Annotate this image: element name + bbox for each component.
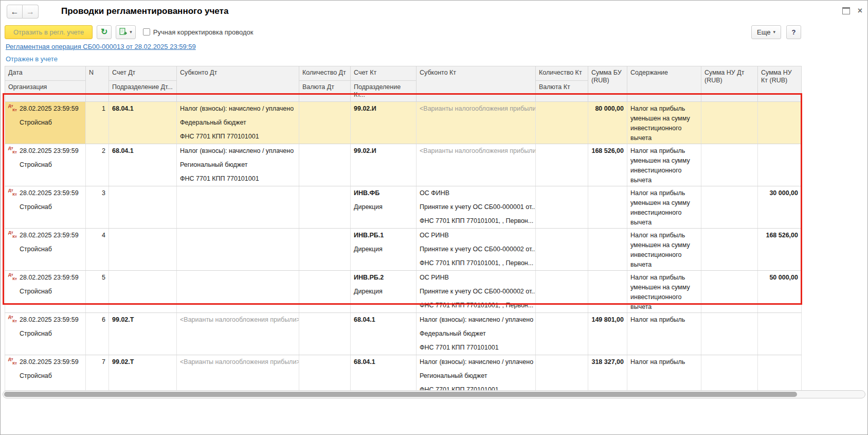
cell-debit-qty[interactable] — [299, 144, 351, 186]
cell-credit-account[interactable]: ИНВ.ФБДирекция — [351, 186, 417, 229]
help-button[interactable]: ? — [786, 25, 801, 39]
cell-n[interactable]: 3 — [86, 186, 109, 229]
cell-sum-bu[interactable] — [588, 271, 627, 313]
col-header-sum-nu-dt[interactable]: Сумма НУ Дт (RUB) — [701, 66, 758, 102]
cell-debit-subconto[interactable]: Налог (взносы): начислено / уплаченоРеги… — [177, 144, 299, 186]
cell-debit-account[interactable] — [109, 271, 177, 313]
horizontal-scrollbar[interactable] — [3, 390, 865, 398]
cell-debit-account[interactable]: 68.04.1 — [109, 144, 177, 186]
close-icon[interactable]: × — [858, 7, 862, 15]
cell-sum-bu[interactable]: 149 801,00 — [588, 313, 627, 355]
cell-n[interactable]: 2 — [86, 144, 109, 186]
cell-date[interactable]: ДтКт28.02.2025 23:59:59Стройснаб — [5, 144, 86, 186]
cell-sum-nu-kt[interactable]: 168 526,00 — [758, 229, 802, 271]
cell-sum-bu[interactable]: 168 526,00 — [588, 144, 627, 186]
cell-sum-nu-dt[interactable] — [701, 313, 758, 355]
cell-sum-bu[interactable] — [588, 229, 627, 271]
table-row[interactable]: ДтКт28.02.2025 23:59:59Стройснаб699.02.Т… — [5, 313, 802, 355]
cell-credit-subconto[interactable]: <Варианты налогообложения прибыли> — [417, 144, 536, 186]
table-row[interactable]: ДтКт28.02.2025 23:59:59Стройснаб4ИНВ.РБ.… — [5, 229, 802, 271]
cell-date[interactable]: ДтКт28.02.2025 23:59:59Стройснаб — [5, 313, 86, 355]
cell-n[interactable]: 6 — [86, 313, 109, 355]
cell-n[interactable]: 4 — [86, 229, 109, 271]
cell-content[interactable]: Налог на прибыль уменьшен на сумму инвес… — [627, 229, 701, 271]
cell-credit-subconto[interactable]: ОС ФИНВПринятие к учету ОС СБ00-000001 о… — [417, 186, 536, 229]
cell-sum-bu[interactable]: 80 000,00 — [588, 102, 627, 144]
col-header-debit-subdivision[interactable]: Подразделение Дт... — [109, 81, 177, 102]
cell-sum-nu-kt[interactable] — [758, 144, 802, 186]
cell-credit-qty[interactable] — [536, 229, 588, 271]
col-header-debit-account[interactable]: Счет Дт — [109, 66, 177, 81]
cell-debit-subconto[interactable]: <Варианты налогообложения прибыли> — [177, 313, 299, 355]
cell-credit-qty[interactable] — [536, 102, 588, 144]
table-row[interactable]: ДтКт28.02.2025 23:59:59Стройснаб268.04.1… — [5, 144, 802, 186]
cell-debit-subconto[interactable] — [177, 271, 299, 313]
cell-credit-qty[interactable] — [536, 186, 588, 229]
cell-n[interactable]: 5 — [86, 271, 109, 313]
col-header-credit-subconto[interactable]: Субконто Кт — [417, 66, 536, 102]
cell-sum-nu-dt[interactable] — [701, 271, 758, 313]
cell-credit-subconto[interactable]: ОС РИНВПринятие к учету ОС СБ00-000002 о… — [417, 229, 536, 271]
cell-content[interactable]: Налог на прибыль уменьшен на сумму инвес… — [627, 186, 701, 229]
show-postings-button[interactable]: ▾ — [116, 25, 136, 39]
cell-sum-bu[interactable] — [588, 186, 627, 229]
horizontal-scrollbar-thumb[interactable] — [4, 392, 797, 397]
cell-credit-account[interactable]: ИНВ.РБ.2Дирекция — [351, 271, 417, 313]
cell-date[interactable]: ДтКт28.02.2025 23:59:59Стройснаб — [5, 186, 86, 229]
cell-sum-nu-kt[interactable] — [758, 102, 802, 144]
col-header-org[interactable]: Организация — [5, 81, 86, 102]
manual-adjustment-checkbox[interactable] — [143, 28, 150, 36]
col-header-sum-bu[interactable]: Сумма БУ (RUB) — [588, 66, 627, 102]
cell-debit-account[interactable] — [109, 229, 177, 271]
table-row[interactable]: ДтКт28.02.2025 23:59:59Стройснаб168.04.1… — [5, 102, 802, 144]
cell-sum-nu-kt[interactable] — [758, 313, 802, 355]
cell-date[interactable]: ДтКт28.02.2025 23:59:59Стройснаб — [5, 229, 86, 271]
cell-credit-qty[interactable] — [536, 144, 588, 186]
col-header-credit-account[interactable]: Счет Кт — [351, 66, 417, 81]
col-header-date[interactable]: Дата — [5, 66, 86, 81]
col-header-credit-currency[interactable]: Валюта Кт — [536, 81, 588, 102]
cell-credit-subconto[interactable]: Налог (взносы): начислено / уплаченоФеде… — [417, 313, 536, 355]
cell-date[interactable]: ДтКт28.02.2025 23:59:59Стройснаб — [5, 271, 86, 313]
back-button[interactable]: ← — [7, 5, 23, 19]
cell-debit-qty[interactable] — [299, 102, 351, 144]
col-header-debit-currency[interactable]: Валюта Дт — [299, 81, 351, 102]
cell-credit-subconto[interactable]: <Варианты налогообложения прибыли> — [417, 102, 536, 144]
cell-content[interactable]: Налог на прибыль — [627, 313, 701, 355]
col-header-content[interactable]: Содержание — [627, 66, 701, 102]
cell-sum-nu-dt[interactable] — [701, 186, 758, 229]
cell-sum-nu-dt[interactable] — [701, 229, 758, 271]
regulated-operation-link[interactable]: Регламентная операция СБ00-000013 от 28.… — [6, 43, 196, 50]
table-row[interactable]: ДтКт28.02.2025 23:59:59Стройснаб3ИНВ.ФБД… — [5, 186, 802, 229]
col-header-n[interactable]: N — [86, 66, 109, 102]
cell-debit-qty[interactable] — [299, 186, 351, 229]
cell-credit-account[interactable]: 99.02.И — [351, 144, 417, 186]
cell-debit-qty[interactable] — [299, 271, 351, 313]
cell-debit-qty[interactable] — [299, 229, 351, 271]
cell-debit-account[interactable]: 68.04.1 — [109, 102, 177, 144]
cell-n[interactable]: 1 — [86, 102, 109, 144]
cell-debit-subconto[interactable]: Налог (взносы): начислено / уплаченоФеде… — [177, 102, 299, 144]
col-header-sum-nu-kt[interactable]: Сумма НУ Кт (RUB) — [758, 66, 802, 102]
cell-sum-nu-dt[interactable] — [701, 102, 758, 144]
cell-credit-account[interactable]: ИНВ.РБ.1Дирекция — [351, 229, 417, 271]
col-header-credit-subdivision[interactable]: Подразделение Кт... — [351, 81, 417, 102]
reflect-in-accounting-button[interactable]: Отразить в регл. учете — [5, 25, 93, 39]
cell-date[interactable]: ДтКт28.02.2025 23:59:59Стройснаб — [5, 102, 86, 144]
cell-debit-subconto[interactable] — [177, 186, 299, 229]
cell-sum-nu-kt[interactable]: 30 000,00 — [758, 186, 802, 229]
cell-credit-qty[interactable] — [536, 271, 588, 313]
col-header-credit-qty[interactable]: Количество Кт — [536, 66, 588, 81]
cell-debit-qty[interactable] — [299, 313, 351, 355]
cell-debit-subconto[interactable] — [177, 229, 299, 271]
cell-credit-account[interactable]: 99.02.И — [351, 102, 417, 144]
forward-button[interactable]: → — [23, 5, 39, 19]
cell-debit-account[interactable]: 99.02.Т — [109, 313, 177, 355]
cell-content[interactable]: Налог на прибыль уменьшен на сумму инвес… — [627, 144, 701, 186]
cell-credit-account[interactable]: 68.04.1 — [351, 313, 417, 355]
detach-window-icon[interactable] — [842, 7, 850, 14]
cell-debit-account[interactable] — [109, 186, 177, 229]
col-header-debit-subconto[interactable]: Субконто Дт — [177, 66, 299, 102]
cell-sum-nu-kt[interactable]: 50 000,00 — [758, 271, 802, 313]
col-header-debit-qty[interactable]: Количество Дт — [299, 66, 351, 81]
